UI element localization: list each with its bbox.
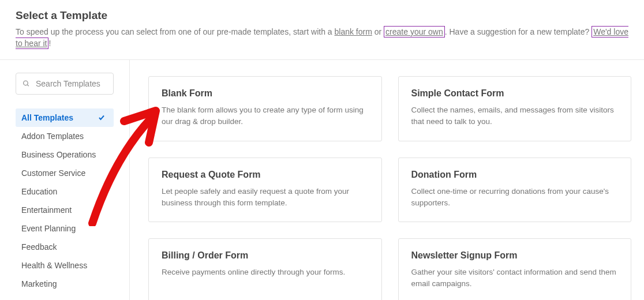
card-desc: Collect the names, emails, and messages …: [411, 104, 619, 128]
card-title: Simple Contact Form: [411, 88, 619, 99]
check-icon: [98, 114, 106, 121]
category-customer-service[interactable]: Customer Service: [16, 164, 114, 182]
category-list: All Templates Addon Templates Business O…: [16, 108, 114, 293]
sidebar: All Templates Addon Templates Business O…: [0, 60, 130, 300]
category-all-templates[interactable]: All Templates: [16, 108, 114, 127]
templates-grid: Blank Form The blank form allows you to …: [148, 76, 631, 300]
blank-form-link[interactable]: blank form: [335, 27, 372, 36]
category-business-operations[interactable]: Business Operations: [16, 145, 114, 164]
category-entertainment[interactable]: Entertainment: [16, 201, 114, 219]
card-desc: Let people safely and easily request a q…: [162, 186, 369, 209]
card-desc: Gather your site visitors' contact infor…: [411, 267, 619, 290]
category-health-wellness[interactable]: Health & Wellness: [16, 256, 114, 275]
svg-point-0: [24, 81, 28, 85]
category-addon-templates[interactable]: Addon Templates: [16, 127, 114, 145]
category-label: Feedback: [21, 242, 57, 252]
search-input[interactable]: [16, 73, 114, 95]
template-card-simple-contact[interactable]: Simple Contact Form Collect the names, e…: [398, 76, 632, 141]
card-title: Newsletter Signup Form: [411, 250, 619, 261]
template-card-request-quote[interactable]: Request a Quote Form Let people safely a…: [148, 158, 382, 223]
search-wrap: [16, 73, 122, 95]
card-title: Billing / Order Form: [162, 250, 369, 261]
category-label: Customer Service: [21, 168, 85, 178]
category-label: Health & Wellness: [21, 261, 87, 270]
create-your-own-link[interactable]: create your own: [384, 26, 445, 38]
page-title: Select a Template: [16, 9, 630, 22]
svg-line-1: [27, 85, 29, 87]
intro-suggestion: . Have a suggestion for a new template?: [445, 27, 591, 36]
template-card-billing-order[interactable]: Billing / Order Form Receive payments on…: [148, 238, 382, 300]
category-label: Education: [21, 187, 57, 196]
card-desc: The blank form allows you to create any …: [162, 104, 369, 128]
page-subtext: To speed up the process you can select f…: [16, 27, 630, 49]
card-title: Donation Form: [411, 170, 619, 180]
template-card-newsletter[interactable]: Newsletter Signup Form Gather your site …: [398, 238, 632, 300]
category-label: Marketing: [21, 279, 57, 288]
card-desc: Collect one-time or recurring donations …: [411, 186, 619, 209]
page-header: Select a Template To speed up the proces…: [0, 0, 644, 60]
category-label: Addon Templates: [21, 132, 84, 141]
category-label: Business Operations: [21, 150, 96, 159]
intro-prefix: To speed up the process you can select f…: [16, 27, 335, 36]
card-desc: Receive payments online directly through…: [162, 267, 369, 278]
category-label: Event Planning: [21, 224, 76, 233]
category-education[interactable]: Education: [16, 182, 114, 201]
intro-end: !: [48, 39, 51, 48]
intro-or: or: [372, 27, 384, 36]
category-label: Entertainment: [21, 205, 72, 215]
card-title: Blank Form: [162, 88, 369, 99]
category-marketing[interactable]: Marketing: [16, 275, 114, 293]
main-area: All Templates Addon Templates Business O…: [0, 60, 644, 300]
category-label: All Templates: [21, 113, 73, 122]
category-feedback[interactable]: Feedback: [16, 238, 114, 256]
template-card-blank-form[interactable]: Blank Form The blank form allows you to …: [148, 76, 382, 141]
card-title: Request a Quote Form: [162, 170, 369, 180]
templates-content: Blank Form The blank form allows you to …: [130, 60, 644, 300]
category-event-planning[interactable]: Event Planning: [16, 219, 114, 238]
template-card-donation[interactable]: Donation Form Collect one-time or recurr…: [398, 158, 632, 223]
search-icon: [23, 80, 30, 88]
